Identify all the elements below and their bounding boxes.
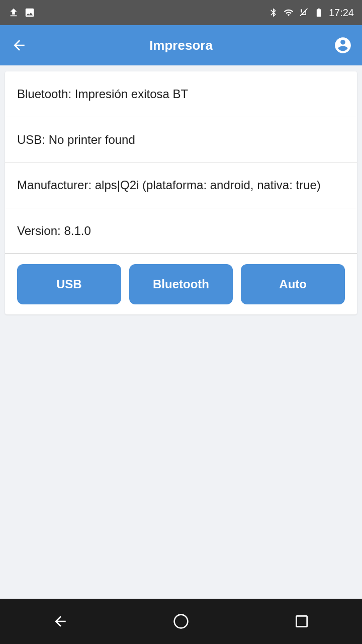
svg-rect-1 xyxy=(296,616,307,626)
recents-nav-button[interactable] xyxy=(287,606,317,636)
back-button[interactable] xyxy=(8,34,30,56)
home-nav-button[interactable] xyxy=(166,606,196,636)
account-button[interactable] xyxy=(332,34,354,56)
action-buttons-row: USB Bluetooth Auto xyxy=(5,254,357,314)
bluetooth-status-icon xyxy=(268,8,279,18)
status-bar: 17:24 xyxy=(0,0,362,25)
page-title: Impresora xyxy=(30,38,332,53)
version-text: Version: 8.1.0 xyxy=(17,224,91,237)
status-bar-right-icons: 17:24 xyxy=(268,7,354,19)
back-nav-button[interactable] xyxy=(45,606,75,636)
image-icon xyxy=(24,7,35,18)
bluetooth-button[interactable]: Bluetooth xyxy=(129,264,233,304)
app-bar: Impresora xyxy=(0,25,362,65)
svg-point-0 xyxy=(174,615,188,628)
info-card: Bluetooth: Impresión exitosa BT USB: No … xyxy=(5,71,357,314)
battery-icon xyxy=(314,8,324,18)
usb-button[interactable]: USB xyxy=(17,264,121,304)
manufacturer-text: Manufacturer: alps|Q2i (plataforma: andr… xyxy=(17,178,321,192)
status-time: 17:24 xyxy=(329,7,354,19)
usb-status-row: USB: No printer found xyxy=(5,117,357,163)
wifi-icon xyxy=(284,8,294,18)
version-row: Version: 8.1.0 xyxy=(5,208,357,254)
bottom-nav xyxy=(0,599,362,644)
usb-status-text: USB: No printer found xyxy=(17,133,135,146)
signal-off-icon xyxy=(299,8,309,18)
bluetooth-status-text: Bluetooth: Impresión exitosa BT xyxy=(17,87,188,101)
status-bar-left-icons xyxy=(8,7,35,18)
upload-icon xyxy=(8,7,19,18)
bluetooth-status-row: Bluetooth: Impresión exitosa BT xyxy=(5,71,357,117)
auto-button[interactable]: Auto xyxy=(241,264,345,304)
content-area: Bluetooth: Impresión exitosa BT USB: No … xyxy=(0,65,362,599)
manufacturer-row: Manufacturer: alps|Q2i (plataforma: andr… xyxy=(5,163,357,208)
